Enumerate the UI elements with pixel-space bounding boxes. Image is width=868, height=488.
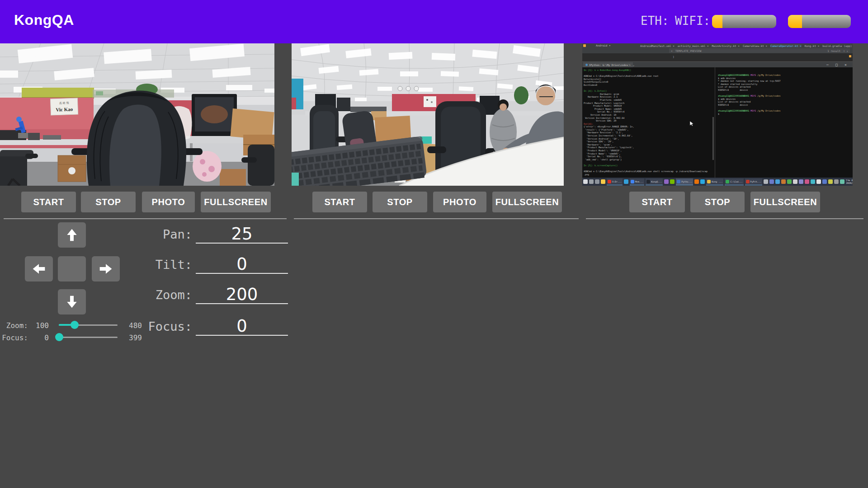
taskbar-app-button[interactable]: Mem... bbox=[630, 178, 644, 185]
camera-feed-2 bbox=[292, 43, 564, 186]
taskbar-icons: O:Dr...Mem...KongQ...Pytho...Kong ...C:\… bbox=[583, 178, 844, 185]
down-arrow-icon bbox=[65, 295, 79, 309]
console-scrollbar[interactable] bbox=[712, 117, 714, 160]
taskbar-icon[interactable] bbox=[624, 179, 628, 184]
taskbar-app-button[interactable]: C:\Cod... bbox=[725, 178, 743, 185]
camera-feed-1: 高 維 熊 Vic Kao bbox=[0, 43, 274, 186]
windows-taskbar: O:Dr...Mem...KongQ...Pytho...Kong ...C:\… bbox=[582, 178, 853, 186]
focus-field-underline bbox=[196, 335, 288, 336]
app-header: KongQA ETH: WIFI: bbox=[0, 0, 868, 43]
taskbar-icon[interactable] bbox=[811, 179, 815, 184]
zoom-field-input[interactable]: 200 bbox=[196, 285, 288, 304]
new-tab-icon: ＋ ⌄ bbox=[627, 63, 634, 67]
ide-search-bar: ⌕ TEMPLATE_PREVIEW 1 result ↑ ↓ bbox=[669, 48, 850, 53]
taskbar-icon[interactable] bbox=[822, 179, 827, 184]
taskbar-icon[interactable] bbox=[781, 179, 786, 184]
left-arrow-icon bbox=[32, 262, 46, 276]
taskbar-icon[interactable] bbox=[700, 179, 705, 184]
pan-left-button[interactable] bbox=[25, 256, 53, 282]
taskbar-icon[interactable] bbox=[787, 179, 792, 184]
taskbar-icon[interactable] bbox=[828, 179, 833, 184]
taskbar-icon[interactable] bbox=[601, 179, 605, 184]
search-icon: ⌕ bbox=[671, 49, 673, 52]
taskbar-icon[interactable] bbox=[805, 179, 809, 184]
cam1-fullscreen-button[interactable]: FULLSCREEN bbox=[201, 192, 271, 212]
ide-tab-bar: AndroidManifest.xml ×activity_main.xml ×… bbox=[640, 43, 853, 48]
ide-tab[interactable]: activity_main.xml × bbox=[678, 44, 709, 47]
taskbar-icon[interactable] bbox=[834, 179, 839, 184]
cam2-fullscreen-button[interactable]: FULLSCREEN bbox=[492, 192, 562, 212]
pan-up-button[interactable] bbox=[58, 222, 86, 248]
tilt-down-button[interactable] bbox=[58, 289, 86, 314]
editor-marker bbox=[849, 55, 851, 57]
python-icon bbox=[585, 64, 588, 66]
tilt-field-input[interactable]: 0 bbox=[196, 254, 288, 274]
svg-text:高 維 熊: 高 維 熊 bbox=[59, 101, 69, 105]
ide-project-selector: Android ▾ bbox=[596, 44, 611, 47]
console-body: In [3]: k = RobotRun.kong.KongADB() ADBC… bbox=[582, 67, 853, 178]
cam2-stop-button[interactable]: STOP bbox=[373, 192, 427, 212]
cam2-photo-button[interactable]: PHOTO bbox=[433, 192, 486, 212]
focus-field-input[interactable]: 0 bbox=[196, 316, 288, 336]
taskbar-icon[interactable] bbox=[793, 179, 797, 184]
search-nav-icons: ↑ ↓ bbox=[843, 49, 848, 52]
focus-slider-thumb[interactable] bbox=[55, 333, 63, 341]
taskbar-app-button[interactable]: KongQ... bbox=[646, 178, 663, 185]
zoom-field-label: Zoom: bbox=[113, 288, 192, 302]
ide-tab[interactable]: CameraView.kt × bbox=[743, 44, 767, 47]
taskbar-icon[interactable] bbox=[775, 179, 780, 184]
zoom-field-underline bbox=[196, 303, 288, 304]
ide-tab[interactable]: Kong.kt × bbox=[805, 44, 820, 47]
search-text: TEMPLATE_PREVIEW bbox=[675, 49, 702, 52]
taskbar-icon[interactable] bbox=[799, 179, 803, 184]
taskbar-icon[interactable] bbox=[595, 179, 599, 184]
taskbar-icon[interactable] bbox=[840, 179, 844, 184]
plant bbox=[514, 86, 528, 104]
ide-tab[interactable]: build.gradle (app) × bbox=[822, 44, 853, 47]
ide-title-bar: Android ▾ AndroidManifest.xml ×activity_… bbox=[582, 43, 853, 48]
ide-tab[interactable]: CameraOperator.kt × bbox=[770, 44, 802, 47]
cam3-start-button[interactable]: START bbox=[629, 192, 685, 212]
cam3-stop-button[interactable]: STOP bbox=[690, 192, 745, 212]
wall-clocks bbox=[398, 86, 419, 91]
console-split-divider bbox=[715, 67, 715, 178]
focus-slider-track[interactable] bbox=[59, 337, 118, 338]
zoom-slider-thumb[interactable] bbox=[71, 321, 79, 329]
wooden-drawer bbox=[58, 155, 86, 182]
pan-field-input[interactable]: 25 bbox=[196, 224, 288, 244]
taskbar-icon[interactable] bbox=[583, 179, 588, 184]
pan-field-label: Pan: bbox=[113, 227, 192, 241]
focus-field-label: Focus: bbox=[113, 319, 192, 333]
cam1-photo-button[interactable]: PHOTO bbox=[142, 192, 195, 212]
cam1-start-button[interactable]: START bbox=[21, 192, 76, 212]
cam1-divider bbox=[4, 218, 287, 219]
taskbar-clock: 下午 04:13 2020/12/2 bbox=[846, 179, 853, 184]
console-left-pane: In [3]: k = RobotRun.kong.KongADB() ADBC… bbox=[584, 69, 713, 176]
taskbar-app-button[interactable]: Pytho... bbox=[676, 178, 693, 185]
taskbar-app-button[interactable]: Kong ... bbox=[706, 178, 723, 185]
taskbar-icon[interactable] bbox=[764, 179, 768, 184]
eth-indicator-fill bbox=[712, 15, 722, 28]
taskbar-icon[interactable] bbox=[670, 179, 675, 184]
ide-tab[interactable]: MainActivity.kt × bbox=[712, 44, 740, 47]
cam3-fullscreen-button[interactable]: FULLSCREEN bbox=[750, 192, 820, 212]
taskbar-app-button[interactable]: O:Dr... bbox=[607, 178, 623, 185]
console-window-title: IPython: G:\My Drive\codes bbox=[589, 64, 628, 66]
taskbar-icon[interactable] bbox=[589, 179, 594, 184]
cam3-divider bbox=[586, 218, 863, 219]
camera-feed-3: Android ▾ AndroidManifest.xml ×activity_… bbox=[582, 43, 853, 186]
console-window-tab: IPython: G:\My Drive\codes ✕ bbox=[583, 62, 633, 67]
sign-text: Vic Kao bbox=[56, 106, 73, 112]
cam2-divider bbox=[294, 218, 579, 219]
wifi-indicator-fill bbox=[788, 15, 802, 28]
ptz-home-button[interactable] bbox=[58, 256, 86, 282]
pink-bag bbox=[193, 151, 222, 182]
cam2-start-button[interactable]: START bbox=[312, 192, 367, 212]
taskbar-icon[interactable] bbox=[816, 179, 821, 184]
ide-tab[interactable]: AndroidManifest.xml × bbox=[640, 44, 675, 47]
taskbar-icon[interactable] bbox=[664, 179, 669, 184]
taskbar-icon[interactable] bbox=[694, 179, 699, 184]
taskbar-icon[interactable] bbox=[769, 179, 774, 184]
taskbar-app-button[interactable]: PyPch... bbox=[745, 178, 762, 185]
cam1-stop-button[interactable]: STOP bbox=[81, 192, 136, 212]
